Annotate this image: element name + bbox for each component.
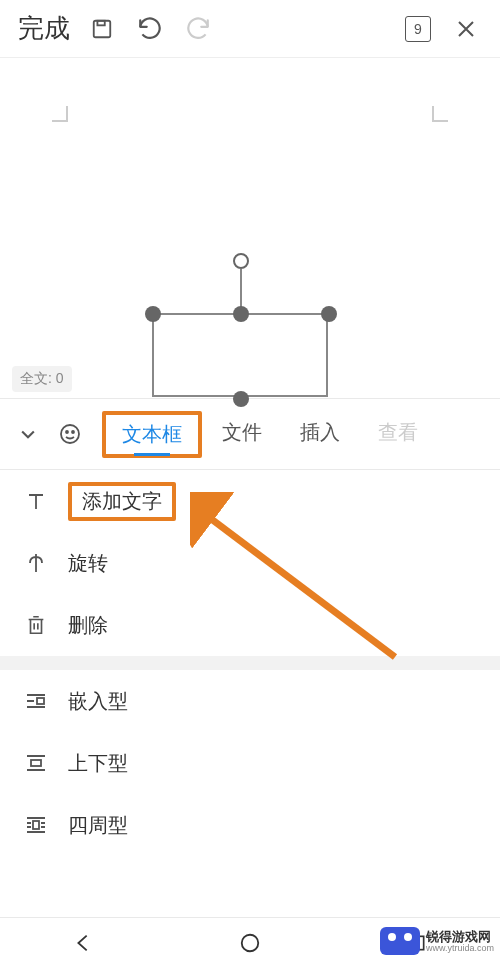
svg-rect-6 bbox=[31, 760, 41, 766]
tool-tab-bar: 文本框 文件 插入 查看 bbox=[0, 398, 500, 470]
tab-textbox[interactable]: 文本框 bbox=[102, 411, 202, 458]
assistant-icon[interactable] bbox=[52, 416, 88, 452]
svg-rect-10 bbox=[410, 936, 423, 949]
section-divider bbox=[0, 656, 500, 670]
action-add-text-label: 添加文字 bbox=[68, 482, 176, 521]
wrap-inline[interactable]: 嵌入型 bbox=[0, 670, 500, 732]
svg-rect-5 bbox=[37, 698, 44, 704]
system-nav-bar bbox=[0, 917, 500, 967]
save-icon[interactable] bbox=[80, 7, 124, 51]
wrap-square-label: 四周型 bbox=[68, 812, 128, 839]
document-canvas[interactable]: 全文: 0 bbox=[0, 58, 500, 398]
action-rotate[interactable]: 旋转 bbox=[0, 532, 500, 594]
close-icon[interactable] bbox=[444, 7, 488, 51]
action-add-text[interactable]: 添加文字 bbox=[0, 470, 500, 532]
svg-rect-1 bbox=[97, 20, 104, 25]
word-count-badge[interactable]: 全文: 0 bbox=[12, 366, 72, 392]
page-margin-corner bbox=[52, 106, 68, 122]
text-icon bbox=[22, 489, 50, 513]
trash-icon bbox=[22, 614, 50, 636]
svg-point-4 bbox=[72, 431, 74, 433]
redo-icon bbox=[176, 7, 220, 51]
wrap-inline-icon bbox=[22, 689, 50, 713]
tab-view[interactable]: 查看 bbox=[360, 411, 436, 458]
textbox-actions: 添加文字 旋转 删除 bbox=[0, 470, 500, 656]
rotate-connector bbox=[240, 269, 242, 309]
top-toolbar: 完成 9 bbox=[0, 0, 500, 58]
svg-point-3 bbox=[66, 431, 68, 433]
done-button[interactable]: 完成 bbox=[12, 7, 76, 50]
wrap-mode-list: 嵌入型 上下型 四周型 bbox=[0, 670, 500, 856]
undo-icon[interactable] bbox=[128, 7, 172, 51]
wrap-square[interactable]: 四周型 bbox=[0, 794, 500, 856]
resize-handle[interactable] bbox=[233, 391, 249, 407]
nav-home-icon[interactable] bbox=[233, 926, 267, 960]
tab-list: 文本框 文件 插入 查看 bbox=[102, 411, 490, 458]
svg-point-2 bbox=[61, 425, 79, 443]
selected-textbox[interactable] bbox=[152, 253, 334, 403]
wrap-square-icon bbox=[22, 813, 50, 837]
page-count-badge[interactable]: 9 bbox=[396, 7, 440, 51]
wrap-topbottom-icon bbox=[22, 751, 50, 775]
action-rotate-label: 旋转 bbox=[68, 550, 108, 577]
action-delete-label: 删除 bbox=[68, 612, 108, 639]
nav-recent-icon[interactable] bbox=[400, 926, 434, 960]
rotate-handle[interactable] bbox=[233, 253, 249, 269]
svg-point-9 bbox=[242, 934, 259, 951]
tab-file[interactable]: 文件 bbox=[204, 411, 280, 458]
resize-handle[interactable] bbox=[321, 306, 337, 322]
rotate-icon bbox=[22, 551, 50, 575]
nav-back-icon[interactable] bbox=[66, 926, 100, 960]
tab-insert[interactable]: 插入 bbox=[282, 411, 358, 458]
wrap-inline-label: 嵌入型 bbox=[68, 688, 128, 715]
textbox-shape[interactable] bbox=[152, 313, 328, 397]
resize-handle[interactable] bbox=[233, 306, 249, 322]
wrap-topbottom-label: 上下型 bbox=[68, 750, 128, 777]
resize-handle[interactable] bbox=[145, 306, 161, 322]
collapse-panel-icon[interactable] bbox=[10, 416, 46, 452]
wrap-top-bottom[interactable]: 上下型 bbox=[0, 732, 500, 794]
svg-rect-0 bbox=[94, 20, 111, 37]
page-margin-corner bbox=[432, 106, 448, 122]
svg-rect-7 bbox=[33, 821, 39, 829]
action-delete[interactable]: 删除 bbox=[0, 594, 500, 656]
